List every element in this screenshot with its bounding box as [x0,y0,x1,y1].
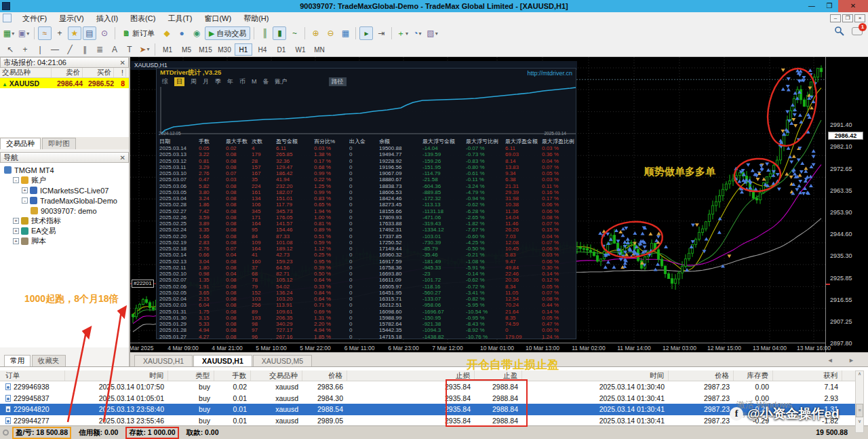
mw-column[interactable]: 卖价 [52,68,83,77]
label-tool-icon[interactable]: T [123,43,136,56]
stats-tab-path[interactable]: 路径 [329,77,347,86]
terminal-column[interactable]: 手数 [214,370,251,381]
fibonacci-tool-icon[interactable]: ≣ [93,43,106,56]
nav-tab-收藏夹[interactable]: 收藏夹 [32,355,66,366]
crosshair-tool-icon[interactable]: + [18,43,32,56]
stats-panel-url[interactable]: http://mtdriver.cn [527,70,572,77]
stats-tab-备[interactable]: 备 [263,77,269,86]
candlestick-chart-icon[interactable]: ▮ [273,26,286,40]
order-row[interactable]: 2299469382025.03.14 01:07:50buy0.02xauus… [0,381,856,393]
menu-item[interactable]: 窗口(W) [198,14,237,22]
minimize-button[interactable]: — [803,0,821,12]
order-row[interactable]: 2299442772025.03.13 23:55:46buy0.01xauus… [0,415,856,427]
bar-chart-icon[interactable]: ║ [258,26,271,40]
arrows-tool-button[interactable]: ➤▾ [138,43,151,56]
market-watch-row[interactable]: ▲ XAUUSD 2986.44 2986.52 8 [0,78,129,88]
chart-shift-icon[interactable]: ⇥ [374,26,388,40]
timeframe-M15[interactable]: M15 [197,43,214,56]
terminal-scrollbar[interactable]: ∧≡∨ [855,370,864,433]
terminal-column[interactable]: 获利 [773,370,842,381]
tree-expander-icon[interactable]: + [13,218,19,224]
nav-item[interactable]: + EA交易 [0,226,129,236]
cursor-tool-icon[interactable]: ↖ [3,43,17,56]
timeframe-H1[interactable]: H1 [235,43,252,56]
nav-item[interactable]: TMGM MT4 [0,165,129,175]
stats-tab-M[interactable]: M [252,78,257,85]
time-axis[interactable]: 3 Mar 20254 Mar 09:004 Mar 21:005 Mar 10… [130,343,825,352]
chart-minimize-button[interactable]: – [830,14,841,22]
nav-item[interactable]: - 账户 [0,175,129,185]
menu-item[interactable]: 帮助(H) [237,14,275,22]
line-chart-icon[interactable]: ~ [288,26,301,40]
terminal-column[interactable]: 类型 [168,370,214,381]
autotrading-button[interactable]: ▶自动交易 [205,26,250,40]
terminal-column[interactable]: 价格 [669,370,734,381]
templates-button[interactable]: ▧▾ [425,26,439,40]
stats-tab-账户[interactable]: 账户 [275,77,288,86]
chart-tab[interactable]: XAUUSD,H1 [134,355,193,366]
stats-tab-综[interactable]: 综 [162,77,168,86]
timeframe-H4[interactable]: H4 [254,43,271,56]
stats-tab-季[interactable]: 季 [215,77,221,86]
notifications-icon[interactable]: 1 [852,27,863,35]
nav-item[interactable]: + ICMarketsSC-Live07 [0,185,129,195]
order-row[interactable]: 2299448202025.03.13 23:58:40buy0.01xauus… [0,404,856,415]
order-row[interactable]: 2299458372025.03.14 01:05:01buy0.01xauus… [0,393,856,404]
stats-tab-周[interactable]: 周 [191,77,197,86]
horizontal-line-tool-icon[interactable]: — [48,43,62,56]
crosshair-icon[interactable]: + [53,26,66,40]
menu-item[interactable]: 图表(C) [124,14,161,22]
menu-item[interactable]: 文件(F) [16,14,53,22]
close-button[interactable]: ✕ [838,0,868,12]
stats-tab-日[interactable]: 日 [174,77,184,86]
timeframe-M30[interactable]: M30 [216,43,233,56]
nav-tab-常用[interactable]: 常用 [4,355,31,366]
market-watch-close-icon[interactable]: ✕ [120,59,125,66]
nav-item[interactable]: 90039707: demo [0,206,129,216]
trendline-tool-icon[interactable]: ╱ [63,43,77,56]
auto-scroll-icon[interactable]: ▸ [359,26,373,40]
stats-tab-币[interactable]: 币 [239,77,245,86]
timeframe-M5[interactable]: M5 [178,43,195,56]
terminal-column[interactable]: 时间 [65,370,168,381]
mw-tab-交易品种[interactable]: 交易品种 [0,138,41,149]
navigator-toggle-icon[interactable]: ★ [68,26,81,40]
tick-chart-icon[interactable]: ≈ [38,26,52,40]
nav-item[interactable]: + 技术指标 [0,216,129,226]
timeframe-W1[interactable]: W1 [292,43,309,56]
zoom-out-icon[interactable]: ⊖ [323,26,337,40]
chart-restore-button[interactable]: ❐ [842,14,853,22]
tree-expander-icon[interactable]: + [13,228,19,234]
nav-item[interactable]: - TradeMaxGlobal-Demo [0,195,129,206]
channel-tool-icon[interactable]: ∥ [78,43,92,56]
stats-tab-月[interactable]: 月 [203,77,209,86]
mw-column[interactable]: ! [114,69,126,77]
chart-close-button[interactable]: × [854,14,865,22]
vertical-line-tool-icon[interactable]: | [33,43,47,56]
new-order-button[interactable]: 🗎新订单 [119,26,159,40]
menu-item[interactable]: 显示(V) [53,14,90,22]
mw-tab-即时图[interactable]: 即时图 [42,138,76,149]
menu-item[interactable]: 插入(I) [90,14,124,22]
new-chart-button[interactable]: ▦▾ [2,26,16,40]
market-icon[interactable]: ● [175,26,189,40]
profiles-button[interactable]: ▣▾ [17,26,31,40]
stats-tab-年[interactable]: 年 [227,77,233,86]
zoom-in-icon[interactable]: ⊕ [309,26,322,40]
mw-column[interactable]: 交易品种 [0,68,52,77]
terminal-column[interactable]: 订单 [5,370,65,381]
tile-windows-icon[interactable]: ▦ [338,26,352,40]
search-icon[interactable] [834,26,845,37]
news-icon[interactable]: ◉ [190,26,203,40]
timeframe-M1[interactable]: M1 [159,43,176,56]
menu-item[interactable]: 工具(T) [161,14,198,22]
periods-button[interactable]: ◔▾ [410,26,424,40]
restore-button[interactable]: ❐ [821,0,838,12]
mw-column[interactable]: 买价 [83,68,114,77]
terminal-column[interactable]: 价格 [302,370,347,381]
chart-tab[interactable]: XAUUSD,M5 [253,355,312,366]
metaeditor-icon[interactable]: ◆ [160,26,174,40]
tab-scroll-arrows[interactable]: ◄ ► [827,357,861,364]
tree-expander-icon[interactable]: + [22,187,28,193]
strategy-tester-icon[interactable]: ⊙ [98,26,111,40]
